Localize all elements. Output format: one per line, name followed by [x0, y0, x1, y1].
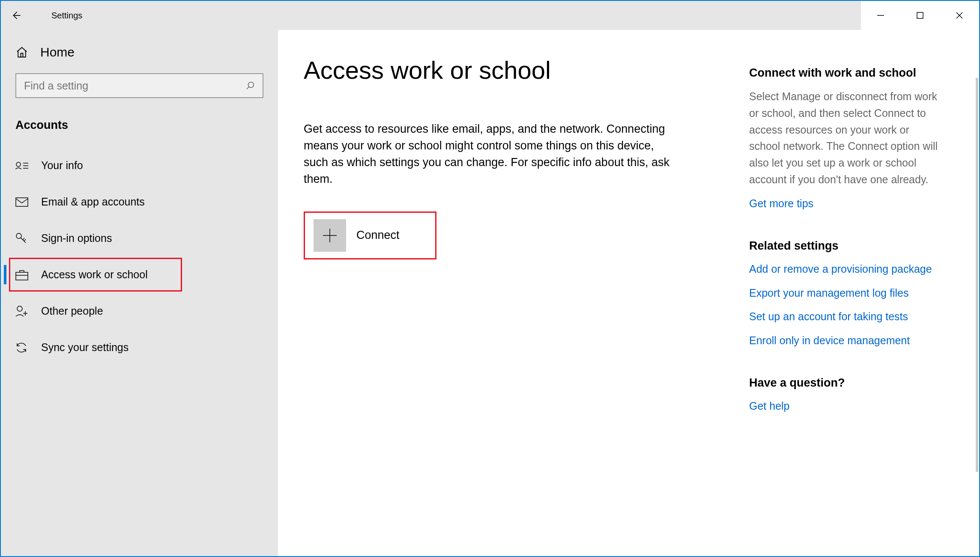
svg-point-13: [17, 306, 22, 311]
maximize-icon: [916, 12, 924, 19]
search-icon: [245, 81, 255, 90]
sidebar-section-header: Accounts: [15, 119, 263, 132]
sidebar-item-label: Access work or school: [41, 268, 148, 281]
link-export-logs[interactable]: Export your management log files: [749, 285, 942, 301]
sidebar-item-your-info[interactable]: Your info: [15, 147, 263, 184]
arrow-left-icon: [9, 9, 21, 21]
svg-rect-1: [917, 12, 923, 18]
svg-point-4: [248, 82, 254, 88]
link-get-more-tips[interactable]: Get more tips: [749, 196, 942, 212]
link-setup-test-account[interactable]: Set up an account for taking tests: [749, 309, 942, 325]
home-label: Home: [40, 45, 75, 60]
svg-line-5: [247, 87, 249, 89]
svg-rect-12: [16, 272, 28, 280]
connect-button[interactable]: Connect: [304, 211, 436, 259]
right-heading-related: Related settings: [749, 239, 942, 253]
home-icon: [15, 46, 28, 59]
sidebar-item-other-people[interactable]: Other people: [15, 293, 263, 329]
plus-icon-box: [314, 219, 346, 252]
svg-point-6: [16, 162, 21, 167]
window-controls: [861, 1, 979, 30]
right-heading-question: Have a question?: [749, 376, 942, 390]
link-enroll-device-mgmt[interactable]: Enroll only in device management: [749, 333, 942, 349]
sidebar-item-label: Email & app accounts: [41, 196, 145, 208]
sidebar-item-label: Sync your settings: [41, 341, 128, 354]
home-nav[interactable]: Home: [15, 45, 263, 60]
page-description: Get access to resources like email, apps…: [304, 121, 681, 188]
close-button[interactable]: [940, 1, 979, 30]
plus-icon: [322, 228, 338, 243]
close-icon: [955, 11, 964, 20]
people-plus-icon: [15, 305, 29, 317]
link-get-help[interactable]: Get help: [749, 398, 942, 414]
search-box[interactable]: [15, 73, 263, 98]
svg-rect-10: [16, 198, 28, 206]
minimize-icon: [876, 11, 885, 20]
sidebar-item-label: Other people: [41, 305, 103, 317]
search-input[interactable]: [24, 80, 245, 92]
scrollbar[interactable]: [976, 78, 978, 472]
briefcase-icon: [15, 269, 29, 280]
maximize-button[interactable]: [900, 1, 940, 30]
sidebar-item-signin-options[interactable]: Sign-in options: [15, 220, 263, 256]
right-heading-connect: Connect with work and school: [749, 66, 942, 80]
back-button[interactable]: [1, 1, 30, 30]
main-content-area: Access work or school Get access to reso…: [278, 30, 979, 556]
person-card-icon: [15, 161, 29, 171]
sync-icon: [15, 342, 29, 354]
mail-icon: [15, 197, 29, 207]
right-panel: Connect with work and school Select Mana…: [732, 56, 942, 556]
key-icon: [15, 232, 29, 244]
sidebar-item-label: Your info: [41, 159, 83, 172]
sidebar-item-sync-settings[interactable]: Sync your settings: [15, 329, 263, 366]
sidebar: Home Accounts Your info: [1, 30, 278, 556]
titlebar: Settings: [1, 1, 979, 30]
sidebar-item-access-work-school[interactable]: Access work or school: [15, 256, 263, 293]
right-body-connect: Select Manage or disconnect from work or…: [749, 88, 942, 188]
window-title: Settings: [30, 11, 82, 21]
minimize-button[interactable]: [861, 1, 900, 30]
page-heading: Access work or school: [304, 56, 732, 84]
link-provisioning-package[interactable]: Add or remove a provisioning package: [749, 261, 942, 277]
sidebar-item-email-accounts[interactable]: Email & app accounts: [15, 184, 263, 220]
sidebar-item-label: Sign-in options: [41, 232, 112, 244]
connect-label: Connect: [356, 229, 400, 242]
